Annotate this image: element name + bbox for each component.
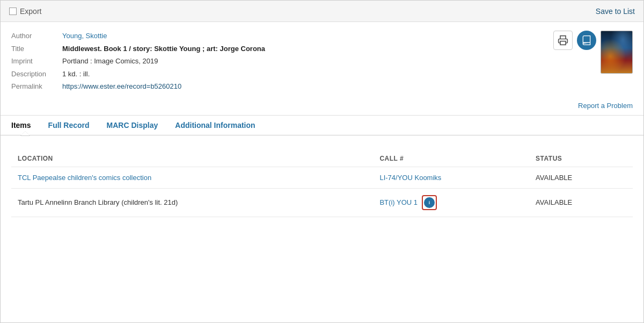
- save-to-list-button[interactable]: Save to List: [596, 7, 635, 16]
- svg-rect-0: [560, 41, 566, 45]
- book-icon[interactable]: [577, 31, 596, 50]
- cell-call-num: LI-74/YOU Koomiks: [373, 167, 529, 188]
- record-area: Author Young, Skottie Title Middlewest. …: [1, 22, 643, 99]
- report-problem-link[interactable]: Report a Problem: [578, 102, 633, 110]
- toolbar: Export Save to List: [1, 1, 643, 22]
- imprint-row: Imprint Portland : Image Comics, 2019: [11, 56, 543, 67]
- tabs-bar: Items Full Record MARC Display Additiona…: [1, 115, 643, 135]
- tab-full-record[interactable]: Full Record: [40, 116, 98, 135]
- imprint-value: Portland : Image Comics, 2019: [62, 56, 158, 67]
- export-label: Export: [20, 7, 41, 16]
- table-header-row: LOCATION CALL # STATUS: [11, 150, 633, 167]
- col-location: LOCATION: [11, 150, 373, 167]
- print-icon[interactable]: [553, 31, 573, 50]
- permalink-value[interactable]: https://www.ester.ee/record=b5260210: [62, 81, 181, 92]
- table-row: Tartu PL Annelinn Branch Library (childr…: [11, 188, 633, 217]
- call-num-link[interactable]: BT(i) YOU 1: [379, 198, 418, 206]
- toolbar-left: Export: [9, 7, 41, 16]
- description-value: 1 kd. : ill.: [62, 69, 90, 80]
- tab-content-items: LOCATION CALL # STATUS TCL Paepealse chi…: [1, 135, 643, 217]
- cell-location: Tartu PL Annelinn Branch Library (childr…: [11, 188, 373, 217]
- description-row: Description 1 kd. : ill.: [11, 69, 543, 80]
- author-value[interactable]: Young, Skottie: [62, 31, 107, 41]
- cell-location: TCL Paepealse children's comics collecti…: [11, 167, 373, 188]
- table-body: TCL Paepealse children's comics collecti…: [11, 167, 633, 217]
- author-row: Author Young, Skottie: [11, 31, 543, 41]
- report-area: Report a Problem: [1, 99, 643, 115]
- tab-marc-display[interactable]: MARC Display: [98, 116, 167, 135]
- info-icon-box[interactable]: [422, 195, 437, 210]
- title-row: Title Middlewest. Book 1 / story: Skotti…: [11, 44, 543, 54]
- imprint-label: Imprint: [11, 56, 62, 67]
- col-call: CALL #: [373, 150, 529, 167]
- cell-status: AVAILABLE: [529, 188, 633, 217]
- author-label: Author: [11, 31, 62, 41]
- export-checkbox[interactable]: [9, 8, 17, 15]
- cell-status: AVAILABLE: [529, 167, 633, 188]
- call-num-container: BT(i) YOU 1: [379, 195, 523, 210]
- location-link[interactable]: TCL Paepealse children's comics collecti…: [18, 174, 151, 182]
- permalink-row: Permalink https://www.ester.ee/record=b5…: [11, 81, 543, 92]
- tab-items[interactable]: Items: [11, 116, 40, 135]
- items-table: LOCATION CALL # STATUS TCL Paepealse chi…: [11, 150, 633, 217]
- call-num-link[interactable]: LI-74/YOU Koomiks: [379, 174, 441, 182]
- info-icon: [424, 197, 435, 208]
- record-meta: Author Young, Skottie Title Middlewest. …: [11, 31, 543, 94]
- table-row: TCL Paepealse children's comics collecti…: [11, 167, 633, 188]
- book-cover-image: [601, 31, 632, 73]
- description-label: Description: [11, 69, 62, 80]
- book-cover-thumbnail[interactable]: [601, 31, 633, 74]
- permalink-label: Permalink: [11, 81, 62, 92]
- title-value: Middlewest. Book 1 / story: Skottie Youn…: [62, 44, 265, 54]
- col-status: STATUS: [529, 150, 633, 167]
- table-header: LOCATION CALL # STATUS: [11, 150, 633, 167]
- title-label: Title: [11, 44, 62, 54]
- record-icons: [553, 31, 633, 74]
- cell-call-num: BT(i) YOU 1: [373, 188, 529, 217]
- call-num-container: LI-74/YOU Koomiks: [379, 174, 523, 182]
- tab-additional-info[interactable]: Additional Information: [166, 116, 264, 135]
